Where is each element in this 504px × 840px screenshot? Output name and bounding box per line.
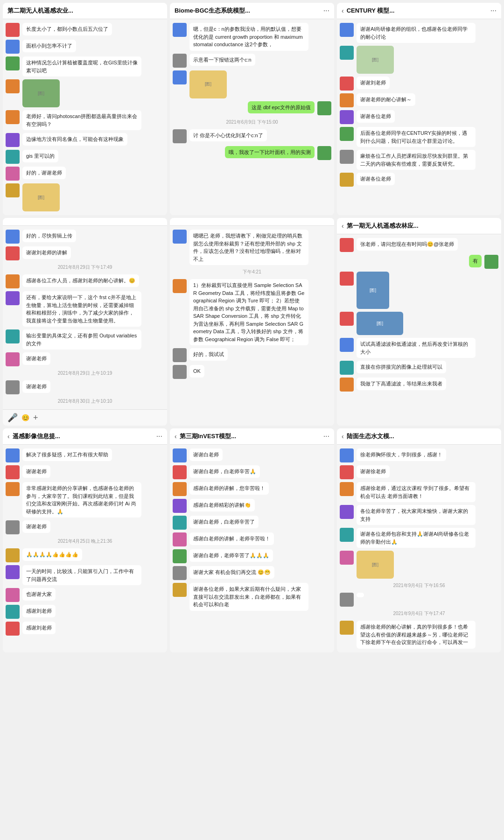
message-row: 徐老师胸怀很大，学到很多，感谢！ <box>340 448 498 462</box>
avatar <box>6 380 20 394</box>
message-bubble: 感谢徐老师的耐心讲解，真的学到很多多！也希望这么有价值的课程越来越多～另，哪位老… <box>357 621 476 649</box>
message-row: 谢谢老师 <box>6 520 164 534</box>
avatar <box>340 593 354 607</box>
avatar <box>340 361 354 375</box>
message-row: 有 <box>340 255 498 269</box>
message-row: 谢谢老师的耐心讲解～ <box>340 93 498 107</box>
message-row: 这种情况怎么计算植被覆盖度呢，在GIS里统计像素可以吧 <box>6 56 164 77</box>
chat-body: 解决了很多疑惑，对工作有很大帮助谢谢老师非常感谢刘老师的分享讲解，也感谢各位老师… <box>3 445 167 652</box>
avatar <box>340 127 354 141</box>
avatar <box>173 129 187 143</box>
message-bubble: 麻烦各位工作人员把课程回放尽快发到群里。第二天的内容确实有些难度，需要反复研究。 <box>357 150 476 170</box>
chat-panel-4: 好的，尽快剪辑上传谢谢刘老师的讲解2021年8月29日 下午17:49感谢各位工… <box>3 218 167 426</box>
message-row: 感谢白老师的讲解，您辛苦啦！ <box>173 482 331 496</box>
message-row: 好的，谢谢老师 <box>6 167 164 181</box>
message-bubble: OK <box>189 365 204 378</box>
more-icon[interactable]: ··· <box>323 7 329 15</box>
message-row: 感谢白老师的讲解，老师辛苦啦！ <box>173 532 331 546</box>
avatar <box>173 279 187 293</box>
message-bubble: 老师好，请问photoscan拼图都选最高量拼出来会有空洞吗？ <box>22 110 141 130</box>
message-row: [图] <box>173 70 331 98</box>
avatar <box>173 532 187 546</box>
message-bubble: 谢谢白老师，白老师辛苦了 <box>189 516 259 528</box>
message-bubble: 嗯嗯已 老师，我想请教下，刚做完处理的哨兵数据怎么使用坐标裁剪？还有想使用外部的… <box>189 230 308 265</box>
message-row: 非常感谢刘老师的分享讲解，也感谢各位老师的参与，大家辛苦了。我们课程到此结束，但… <box>6 482 164 518</box>
message-row: 好的，尽快剪辑上传 <box>6 230 164 244</box>
message-row: 嗯嗯已 老师，我想请教下，刚做完处理的哨兵数据怎么使用坐标裁剪？还有想使用外部的… <box>173 230 331 265</box>
message-row: 🙏🙏🙏🙏👍👍👍👍 <box>6 548 164 562</box>
message-bubble: 还有，要给大家说明一下，这个 frst c并不是地上生物量，算地上活生物量的时候… <box>22 291 141 327</box>
back-icon[interactable]: ‹ <box>7 433 10 440</box>
message-bubble: 感谢白老师的讲解，老师辛苦啦！ <box>189 532 274 545</box>
plus-icon[interactable]: + <box>33 413 38 423</box>
message-row: 张老师，请问您现在有时间吗😊@张老师 <box>340 238 498 252</box>
message-row: 感谢刘老师 <box>6 605 164 619</box>
timestamp: 2021年8月30日 上午10:10 <box>6 398 164 405</box>
message-bubble: 张老师，请问您现在有时间吗😊@张老师 <box>357 238 458 251</box>
message-row: [图] <box>340 272 498 309</box>
avatar <box>6 622 20 636</box>
message-row: 感谢各位工作人员，感谢刘老师的耐心讲解。😊 <box>6 274 164 288</box>
more-icon[interactable]: ··· <box>490 7 497 15</box>
avatar <box>340 93 354 107</box>
panel-header: ‹第一期无人机遥感农林应... <box>337 218 501 234</box>
voice-icon[interactable]: 🎤 <box>7 413 18 423</box>
image-bubble: [图] <box>357 312 403 335</box>
back-icon[interactable]: ‹ <box>175 433 177 440</box>
message-row: 哦，我改了一下比叶面积，用的实测 <box>173 146 331 160</box>
message-row: 谢谢老师 <box>6 380 164 394</box>
avatar <box>6 56 20 70</box>
avatar <box>173 70 187 84</box>
message-row: 老师好，请问photoscan拼图都选最高量拼出来会有空洞吗？ <box>6 110 164 130</box>
message-row: 谢谢各位老师 <box>340 173 498 187</box>
back-icon[interactable]: ‹ <box>342 7 344 14</box>
message-row: 谢谢各位老师 <box>340 110 498 124</box>
message-bubble: 1）坐标裁剪可以直接使用 Sample Selection SAR Geomet… <box>189 279 308 345</box>
message-row: 感谢徐老师的耐心讲解，真的学到很多多！也希望这么有价值的课程越来越多～另，哪位老… <box>340 621 498 649</box>
avatar <box>173 499 187 513</box>
message-bubble: 感谢刘老师 <box>22 622 56 634</box>
back-icon[interactable]: ‹ <box>342 222 344 230</box>
message-bubble: 好的，谢谢老师 <box>22 167 66 179</box>
panel-header: ‹CENTURY 模型...··· <box>337 3 501 19</box>
chat-body: 好的，尽快剪辑上传谢谢刘老师的讲解2021年8月29日 下午17:49感谢各位工… <box>3 226 167 409</box>
message-bubble: 谢谢老师 <box>22 352 50 365</box>
message-bubble: 谢谢各位老师 <box>357 110 395 123</box>
chat-body: 谢谢白老师谢谢白老师，白老师辛苦🙏感谢白老师的讲解，您辛苦啦！感谢白老师精彩的讲… <box>170 445 334 652</box>
back-icon[interactable]: ‹ <box>342 433 344 440</box>
message-bubble: 谢谢老师 <box>22 465 50 478</box>
panel-header: ‹遥感影像信息提...··· <box>3 428 167 445</box>
message-bubble: 好的，我试试 <box>189 348 228 361</box>
message-bubble: 直接在你拼接完的图像上处理就可以 <box>357 361 446 373</box>
message-row: [图] <box>6 183 164 211</box>
message-bubble: 输出变量的具体定义，还有参照 Output variables 的文件 <box>22 329 141 350</box>
avatar <box>173 54 187 68</box>
message-row: 谢谢各位老师，如果大家后期有什么疑问，大家直接可以在交流群发出来，白老师都在，如… <box>173 583 331 611</box>
timestamp: 2021年4月25日 晚上21:36 <box>6 538 164 545</box>
panel-title: CENTURY 模型... <box>347 7 488 15</box>
panel-title: Biome-BGC生态系统模型... <box>175 7 321 15</box>
message-bubble: 各位老师辛苦了，祝大家周末愉快，谢谢大家的支持 <box>357 505 476 525</box>
panel-header <box>170 218 334 226</box>
message-row: 示意看一下报错这两个c:n <box>173 54 331 68</box>
more-icon[interactable]: ··· <box>323 432 329 441</box>
chat-panel-7: ‹遥感影像信息提...···解决了很多疑惑，对工作有很大帮助谢谢老师非常感谢刘老… <box>3 428 167 652</box>
avatar <box>6 110 20 124</box>
avatar <box>6 520 20 534</box>
panel-title: 第二期无人机遥感农业... <box>7 7 162 15</box>
more-icon[interactable]: ··· <box>156 432 162 441</box>
avatar <box>340 173 354 187</box>
message-bubble: 一天的时间，比较浅，只能算引入门，工作中有了问题再交流 <box>22 565 141 585</box>
emoji-icon[interactable]: 😊 <box>21 414 29 421</box>
message-row: 一天的时间，比较浅，只能算引入门，工作中有了问题再交流 <box>6 565 164 585</box>
panel-header: ‹第三期InVEST模型...··· <box>170 428 334 445</box>
message-row: 解决了很多疑惑，对工作有很大帮助 <box>6 448 164 462</box>
avatar <box>6 167 20 181</box>
message-bubble: 谢谢刘老师 <box>357 77 390 89</box>
avatar <box>340 23 354 37</box>
message-bubble: 边缘地方没有同名像点，可能会有这种现象 <box>22 133 127 146</box>
avatar <box>6 133 20 147</box>
avatar <box>6 565 20 579</box>
message-bubble: 感谢刘老师 <box>22 605 56 617</box>
avatar <box>340 448 354 462</box>
